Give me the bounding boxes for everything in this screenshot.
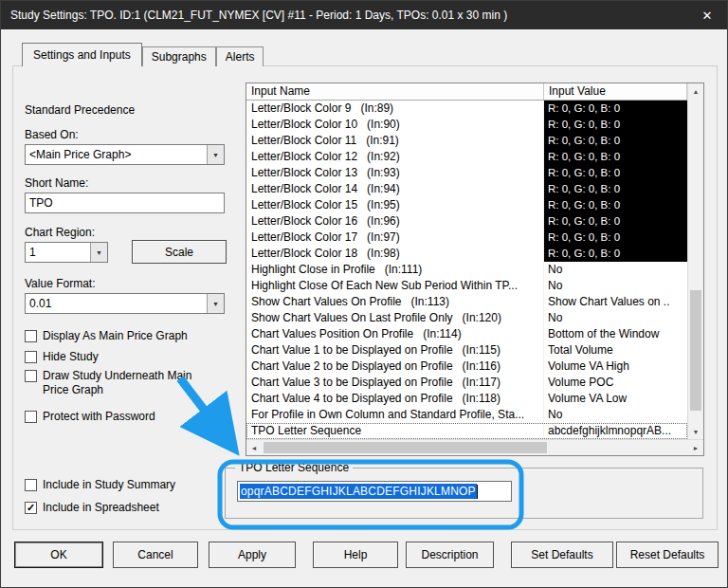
- checkbox-include-in-spreadsheet[interactable]: ✓ Include in Spreadsheet: [25, 501, 233, 515]
- table-row[interactable]: Letter/Block Color 14 (In:94) R: 0, G: 0…: [246, 181, 687, 197]
- input-name-cell: Chart Value 3 to be Displayed on Profile…: [246, 375, 544, 391]
- set-defaults-button[interactable]: Set Defaults: [511, 542, 613, 568]
- scroll-right-icon[interactable]: ►: [688, 440, 703, 455]
- table-row[interactable]: Letter/Block Color 9 (In:89) R: 0, G: 0,…: [246, 101, 687, 117]
- input-name-cell: Letter/Block Color 9 (In:89): [246, 101, 544, 117]
- chart-region-select[interactable]: 1 ▼: [25, 242, 108, 263]
- tab-subgraphs[interactable]: Subgraphs: [142, 46, 216, 66]
- title-bar: Study Settings: TPO. ID:1 (CLM21_FUT_NYM…: [1, 1, 727, 29]
- ok-button[interactable]: OK: [14, 542, 103, 568]
- checkbox-draw-study-underneath[interactable]: Draw Study Underneath Main Price Graph: [25, 369, 205, 397]
- table-row[interactable]: Chart Value 1 to be Displayed on Profile…: [246, 342, 687, 358]
- input-value-cell: Total Volume: [544, 342, 687, 358]
- chevron-down-icon[interactable]: ▼: [207, 145, 224, 164]
- description-button[interactable]: Description: [406, 542, 494, 568]
- based-on-select[interactable]: <Main Price Graph> ▼: [25, 144, 225, 165]
- horizontal-scroll-thumb[interactable]: [264, 442, 547, 453]
- chevron-down-icon[interactable]: ▼: [207, 294, 224, 313]
- group-title: TPO Letter Sequence: [235, 461, 353, 474]
- table-row[interactable]: Chart Value 3 to be Displayed on Profile…: [246, 375, 687, 391]
- tab-alerts[interactable]: Alerts: [216, 46, 264, 66]
- input-value-cell: Volume VA Low: [544, 391, 687, 407]
- input-value-cell: R: 0, G: 0, B: 0: [544, 230, 687, 246]
- input-name-cell: Highlight Close in Profile (In:111): [246, 262, 544, 278]
- input-name-cell: Chart Value 4 to be Displayed on Profile…: [246, 391, 544, 407]
- horizontal-scrollbar[interactable]: ◄ ►: [246, 439, 703, 455]
- table-row[interactable]: Show Chart Values On Last Profile Only (…: [246, 310, 687, 326]
- table-row[interactable]: Chart Values Position On Profile (In:114…: [246, 326, 687, 342]
- table-row[interactable]: Highlight Close in Profile (In:111) No: [246, 262, 687, 278]
- column-header-input-value[interactable]: Input Value: [544, 83, 687, 100]
- tab-settings-and-inputs[interactable]: Settings and Inputs: [22, 43, 142, 66]
- input-value-cell: abcdefghijklmnopqrAB...: [544, 423, 687, 439]
- input-name-cell: Letter/Block Color 13 (In:93): [246, 165, 544, 181]
- checkbox-box: [25, 411, 37, 423]
- checkbox-box: [25, 370, 37, 382]
- input-value-cell: Volume VA High: [544, 358, 687, 375]
- checkbox-box: [25, 479, 37, 491]
- study-settings-dialog: Study Settings: TPO. ID:1 (CLM21_FUT_NYM…: [0, 0, 728, 588]
- close-icon[interactable]: ✕: [697, 9, 718, 23]
- input-name-cell: Chart Values Position On Profile (In:114…: [246, 326, 544, 342]
- table-row[interactable]: Letter/Block Color 10 (In:90) R: 0, G: 0…: [246, 117, 687, 133]
- checkbox-box: [25, 351, 37, 363]
- table-row[interactable]: Letter/Block Color 18 (In:98) R: 0, G: 0…: [246, 246, 687, 262]
- checkbox-hide-study[interactable]: Hide Study: [25, 350, 233, 364]
- scroll-up-icon[interactable]: ▲: [688, 83, 703, 99]
- checkbox-protect-with-password[interactable]: Protect with Password: [25, 410, 233, 424]
- inputs-table: Input Name Input Value Letter/Block Colo…: [246, 83, 704, 456]
- input-value-cell: Bottom of the Window: [544, 326, 687, 342]
- tpo-letter-sequence-input[interactable]: opqrABCDEFGHIJKLABCDEFGHIJKLMNOP: [237, 481, 512, 502]
- table-row[interactable]: Highlight Close Of Each New Sub Period W…: [246, 278, 687, 294]
- table-row[interactable]: Chart Value 2 to be Displayed on Profile…: [246, 358, 687, 375]
- table-row[interactable]: Chart Value 4 to be Displayed on Profile…: [246, 391, 687, 407]
- column-header-input-name[interactable]: Input Name: [246, 83, 544, 100]
- table-row[interactable]: Letter/Block Color 17 (In:97) R: 0, G: 0…: [246, 230, 687, 246]
- input-name-cell: Letter/Block Color 14 (In:94): [246, 181, 544, 197]
- scale-button[interactable]: Scale: [132, 240, 227, 264]
- input-value-cell: No: [544, 278, 687, 294]
- table-row[interactable]: Show Chart Values On Profile (In:113) Sh…: [246, 294, 687, 310]
- selected-text: opqrABCDEFGHIJKLABCDEFGHIJKLMNOP: [240, 484, 477, 499]
- table-row[interactable]: Letter/Block Color 12 (In:92) R: 0, G: 0…: [246, 149, 687, 165]
- table-row[interactable]: For Profile in Own Column and Standard P…: [246, 407, 687, 423]
- reset-defaults-button[interactable]: Reset Defaults: [616, 542, 719, 568]
- input-name-cell: Letter/Block Color 15 (In:95): [246, 197, 544, 213]
- scroll-down-icon[interactable]: ▼: [688, 424, 703, 439]
- input-name-cell: Chart Value 2 to be Displayed on Profile…: [246, 358, 544, 375]
- value-format-select[interactable]: 0.01 ▼: [25, 293, 225, 314]
- input-name-cell: Show Chart Values On Profile (In:113): [246, 294, 544, 310]
- vertical-scroll-thumb[interactable]: [690, 290, 701, 412]
- table-row[interactable]: TPO Letter Sequence abcdefghijklmnopqrAB…: [246, 423, 687, 439]
- input-name-cell: For Profile in Own Column and Standard P…: [246, 407, 544, 423]
- based-on-label: Based On:: [25, 128, 79, 141]
- input-name-cell: Chart Value 1 to be Displayed on Profile…: [246, 342, 544, 358]
- input-name-cell: Letter/Block Color 11 (In:91): [246, 133, 544, 149]
- input-name-cell: Show Chart Values On Last Profile Only (…: [246, 310, 544, 326]
- scroll-left-icon[interactable]: ◄: [246, 440, 262, 455]
- input-value-cell: No: [544, 262, 687, 278]
- table-row[interactable]: Letter/Block Color 13 (In:93) R: 0, G: 0…: [246, 165, 687, 181]
- input-name-cell: Letter/Block Color 17 (In:97): [246, 230, 544, 246]
- table-row[interactable]: Letter/Block Color 15 (In:95) R: 0, G: 0…: [246, 197, 687, 213]
- cancel-button[interactable]: Cancel: [113, 542, 198, 568]
- short-name-input[interactable]: TPO: [25, 193, 225, 213]
- vertical-scrollbar[interactable]: ▲ ▼: [687, 83, 703, 439]
- tab-strip: Settings and Inputs Subgraphs Alerts: [22, 43, 264, 66]
- checkbox-include-in-study-summary[interactable]: Include in Study Summary: [25, 478, 233, 492]
- apply-button[interactable]: Apply: [209, 542, 296, 568]
- input-value-cell: Volume POC: [544, 375, 687, 391]
- input-value-cell: No: [544, 310, 687, 326]
- input-value-cell: R: 0, G: 0, B: 0: [544, 213, 687, 230]
- input-name-cell: Letter/Block Color 18 (In:98): [246, 246, 544, 262]
- table-row[interactable]: Letter/Block Color 11 (In:91) R: 0, G: 0…: [246, 133, 687, 149]
- input-value-cell: R: 0, G: 0, B: 0: [544, 165, 687, 181]
- checkbox-display-as-main-price-graph[interactable]: Display As Main Price Graph: [25, 329, 233, 343]
- input-value-cell: R: 0, G: 0, B: 0: [544, 197, 687, 213]
- input-value-cell: R: 0, G: 0, B: 0: [544, 181, 687, 197]
- dialog-title: Study Settings: TPO. ID:1 (CLM21_FUT_NYM…: [10, 9, 507, 22]
- table-header: Input Name Input Value: [246, 83, 687, 101]
- help-button[interactable]: Help: [313, 542, 398, 568]
- chevron-down-icon[interactable]: ▼: [90, 243, 107, 262]
- table-row[interactable]: Letter/Block Color 16 (In:96) R: 0, G: 0…: [246, 213, 687, 230]
